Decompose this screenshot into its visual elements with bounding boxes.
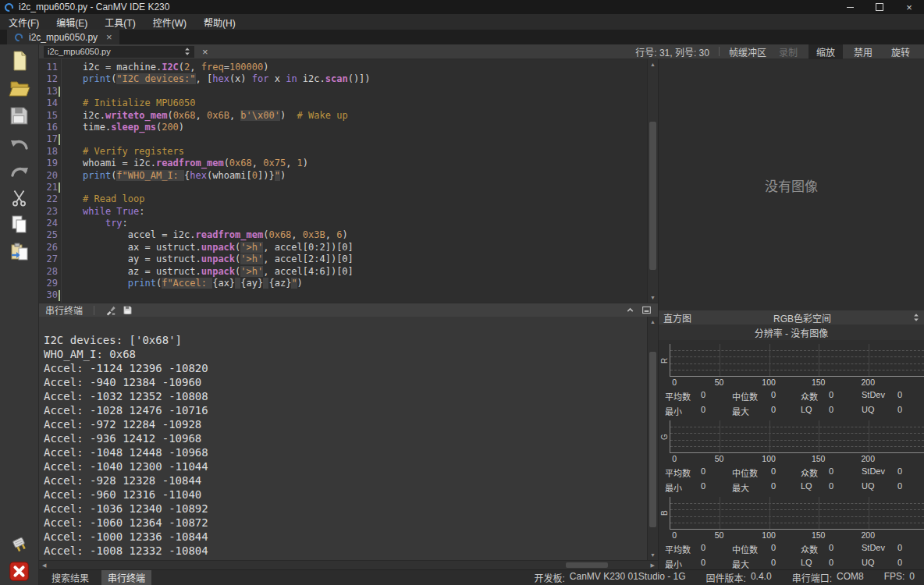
open-folder-button[interactable] bbox=[7, 77, 32, 99]
stop-button[interactable] bbox=[7, 560, 32, 582]
stat-value: 0 bbox=[701, 405, 732, 417]
line-number: 14 bbox=[39, 98, 61, 109]
firmware-version-status: 固件版本:0.4.0 bbox=[706, 571, 772, 584]
change-marker bbox=[59, 183, 60, 193]
fps-status: FPS:0 bbox=[884, 571, 915, 584]
line-number: 29 bbox=[39, 278, 61, 289]
stat-value: 0 bbox=[771, 390, 801, 402]
close-button[interactable]: × bbox=[894, 0, 924, 14]
save-terminal-icon[interactable] bbox=[123, 305, 133, 315]
framebuffer-label: 帧缓冲区 bbox=[729, 45, 766, 58]
file-selector[interactable]: i2c_mpu6050.py bbox=[44, 46, 194, 58]
code-text: time.sleep_ms(200) bbox=[61, 122, 184, 133]
tab-i2c-mpu6050[interactable]: i2c_mpu6050.py × bbox=[7, 30, 119, 44]
zoom-button[interactable]: 缩放 bbox=[808, 44, 843, 59]
line-number: 16 bbox=[39, 122, 61, 133]
line-number: 25 bbox=[39, 229, 61, 241]
terminal-line: Accel: -940 12384 -10960 bbox=[44, 375, 647, 389]
undo-button[interactable] bbox=[7, 132, 32, 154]
connect-button[interactable] bbox=[7, 534, 32, 556]
histogram-g: G050100150200平均数0中位数0众数0StDev0最小0最大0LQ0U… bbox=[659, 417, 924, 493]
x-tick: 50 bbox=[715, 378, 724, 387]
stat-label: StDev bbox=[862, 543, 897, 555]
rotate-button[interactable]: 旋转 bbox=[883, 44, 918, 59]
stat-label: StDev bbox=[862, 390, 897, 402]
change-marker bbox=[59, 134, 60, 144]
editor-vscrollbar[interactable]: ▲ ▼ bbox=[647, 59, 658, 303]
terminal-hscrollbar[interactable]: ◀ ▶ bbox=[39, 560, 658, 569]
terminal-line: Accel: -1060 12364 -10872 bbox=[44, 516, 647, 530]
hscroll-track[interactable] bbox=[46, 561, 650, 569]
terminal-scroll-thumb[interactable] bbox=[649, 352, 656, 527]
histograms: R050100150200平均数0中位数0众数0StDev0最小0最大0LQ0U… bbox=[659, 340, 924, 569]
x-tick: 0 bbox=[672, 454, 677, 463]
line-number: 22 bbox=[39, 193, 61, 205]
tab-close-icon[interactable]: × bbox=[106, 31, 112, 43]
editor-line: 16time.sleep_ms(200) bbox=[39, 122, 647, 133]
framebuffer-buttons: 录制缩放禁用旋转 bbox=[771, 44, 918, 59]
stat-value: 0 bbox=[897, 558, 924, 570]
copy-button[interactable] bbox=[7, 214, 32, 236]
file-close-icon[interactable]: × bbox=[199, 46, 211, 58]
scroll-down-icon[interactable]: ▼ bbox=[650, 552, 656, 558]
terminal-title: 串行终端 bbox=[45, 303, 83, 317]
menu-item-0[interactable]: 文件(F) bbox=[0, 16, 48, 29]
collapse-panel-icon[interactable] bbox=[625, 305, 635, 315]
redo-button[interactable] bbox=[7, 159, 32, 181]
terminal-header: 串行终端 bbox=[39, 303, 658, 317]
editor-line: 24 try: bbox=[39, 218, 647, 229]
stat-label: 最大 bbox=[732, 558, 771, 570]
minimize-button[interactable] bbox=[835, 0, 865, 14]
stat-label: LQ bbox=[801, 481, 829, 494]
terminal-vscrollbar[interactable]: ▲ ▼ bbox=[647, 317, 658, 560]
scroll-right-icon[interactable]: ▶ bbox=[651, 562, 655, 569]
editor-scroll-thumb[interactable] bbox=[649, 122, 656, 270]
save-button[interactable] bbox=[7, 105, 32, 126]
terminal-line: WHO_AM_I: 0x68 bbox=[44, 347, 647, 361]
detach-panel-icon[interactable] bbox=[641, 305, 652, 315]
no-image-text: 没有图像 bbox=[765, 176, 818, 195]
x-tick: 200 bbox=[862, 454, 876, 463]
code-text: print(f"Accel: {ax} {ay} {az}") bbox=[61, 278, 303, 289]
search-results-tab[interactable]: 搜索结果 bbox=[45, 570, 95, 585]
colorspace-updown-icon[interactable] bbox=[913, 313, 919, 322]
line-number: 23 bbox=[39, 206, 61, 218]
serial-terminal[interactable]: I2C devices: ['0x68']WHO_AM_I: 0x68Accel… bbox=[39, 317, 658, 560]
x-tick: 150 bbox=[812, 454, 826, 463]
channel-label-b: B bbox=[659, 497, 670, 530]
code-editor[interactable]: 11i2c = machine.I2C(2, freq=100000)12pri… bbox=[39, 59, 658, 303]
menu-item-4[interactable]: 帮助(H) bbox=[195, 16, 244, 29]
menu-item-2[interactable]: 工具(T) bbox=[96, 16, 144, 29]
line-number: 28 bbox=[39, 266, 61, 278]
line-number: 17 bbox=[39, 133, 61, 145]
scroll-down-icon[interactable]: ▼ bbox=[650, 295, 656, 300]
colorspace-select[interactable]: RGB色彩空间 bbox=[773, 311, 831, 324]
change-marker bbox=[59, 290, 60, 300]
cut-button[interactable] bbox=[7, 186, 32, 208]
serial-terminal-tab[interactable]: 串行终端 bbox=[101, 570, 151, 585]
line-number: 26 bbox=[39, 242, 61, 254]
maximize-icon bbox=[876, 3, 883, 11]
terminal-line: Accel: -1028 12476 -10716 bbox=[44, 403, 647, 417]
terminal-line: Accel: -1040 12300 -11044 bbox=[44, 459, 647, 473]
menu-item-3[interactable]: 控件(W) bbox=[144, 16, 195, 29]
histogram-title: 直方图 bbox=[663, 311, 691, 324]
stat-value: 0 bbox=[829, 543, 862, 555]
scroll-up-icon[interactable]: ▲ bbox=[650, 62, 656, 67]
scroll-up-icon[interactable]: ▲ bbox=[650, 319, 656, 324]
paste-button[interactable] bbox=[7, 241, 32, 263]
stat-value: 0 bbox=[897, 466, 924, 479]
clear-terminal-icon[interactable] bbox=[105, 305, 116, 316]
new-file-button[interactable] bbox=[7, 50, 32, 72]
maximize-button[interactable] bbox=[865, 0, 894, 14]
hscroll-thumb[interactable] bbox=[566, 562, 608, 568]
histogram-plot-g bbox=[670, 420, 924, 453]
editor-line: 25 accel = i2c.readfrom_mem(0x68, 0x3B, … bbox=[39, 229, 647, 241]
editor-toolbar: i2c_mpu6050.py × 行号: 31, 列号: 30 帧缓冲区 录制缩… bbox=[39, 44, 924, 59]
file-logo-icon bbox=[14, 33, 23, 42]
stat-value: 0 bbox=[897, 481, 924, 494]
menu-item-1[interactable]: 编辑(E) bbox=[48, 16, 96, 29]
undo-icon bbox=[9, 134, 30, 151]
code-text: # Verify registers bbox=[61, 146, 184, 158]
disable-button[interactable]: 禁用 bbox=[846, 44, 880, 59]
